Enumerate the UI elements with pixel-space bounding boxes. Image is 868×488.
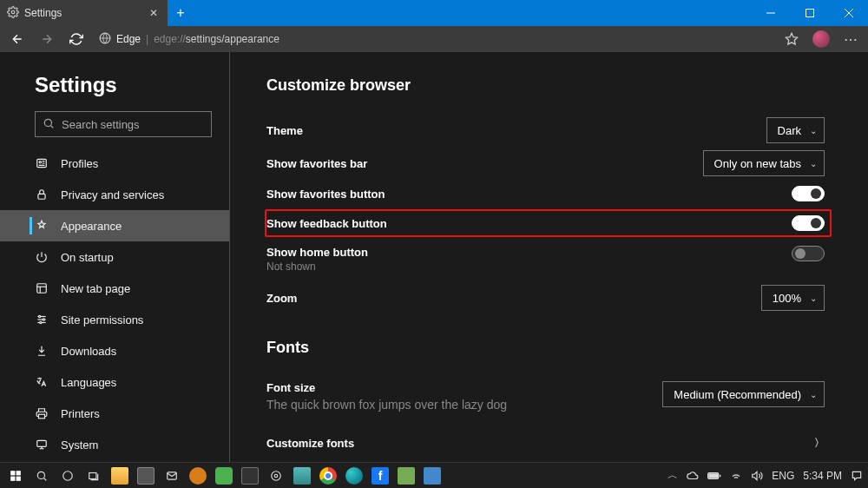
settings-sidebar: Settings Search settings Profiles Privac…	[0, 52, 230, 462]
sidebar-item-sitepermissions[interactable]: Site permissions	[0, 304, 229, 335]
settings-main: Customize browser Theme Dark⌄ Show favor…	[230, 52, 868, 462]
sidebar-item-languages[interactable]: Languages	[0, 366, 229, 398]
favorites-bar-dropdown[interactable]: Only on new tabs⌄	[703, 150, 825, 176]
volume-icon[interactable]	[751, 470, 763, 482]
sidebar-item-newtab[interactable]: New tab page	[0, 273, 229, 304]
search-input[interactable]: Search settings	[35, 111, 212, 137]
sidebar-item-appearance[interactable]: Appearance	[0, 210, 229, 241]
battery-icon[interactable]	[707, 471, 721, 481]
windows-taskbar: f ︿ ENG 5:34 PM	[0, 462, 868, 488]
title-bar: Settings ✕ +	[0, 0, 868, 26]
tray-language[interactable]: ENG	[772, 470, 794, 482]
svg-point-30	[37, 472, 44, 478]
forward-button[interactable]	[35, 27, 59, 51]
tray-time[interactable]: 5:34 PM	[803, 470, 842, 482]
more-menu-icon[interactable]: ⋯	[838, 27, 863, 51]
app-icon-3[interactable]	[240, 465, 260, 486]
chevron-right-icon: 〉	[814, 436, 825, 451]
wifi-icon[interactable]	[730, 470, 742, 482]
profile-avatar[interactable]	[809, 27, 833, 51]
new-tab-button[interactable]: +	[168, 0, 194, 26]
profile-icon	[35, 156, 49, 170]
sidebar-item-label: On startup	[61, 251, 114, 264]
sidebar-item-label: Languages	[61, 376, 116, 389]
settings-heading: Settings	[35, 73, 229, 97]
svg-line-31	[43, 478, 46, 480]
url-path: settings/appearance	[186, 33, 279, 45]
gear-icon	[7, 6, 19, 21]
svg-point-32	[63, 471, 73, 480]
language-icon	[35, 375, 49, 389]
home-button-row: Show home button Not shown	[266, 239, 825, 276]
svg-point-19	[43, 319, 44, 320]
cortana-icon[interactable]	[57, 465, 78, 486]
lock-icon	[35, 188, 49, 201]
settings-taskbar-icon[interactable]	[266, 465, 286, 486]
browser-tab[interactable]: Settings ✕	[0, 0, 168, 26]
svg-point-7	[44, 119, 51, 126]
theme-dropdown[interactable]: Dark⌄	[766, 117, 825, 143]
sidebar-item-printers[interactable]: Printers	[0, 398, 229, 429]
favorites-bar-value: Only on new tabs	[714, 157, 801, 170]
app-icon-5[interactable]	[396, 465, 417, 486]
close-window-button[interactable]	[829, 0, 868, 26]
svg-point-20	[40, 321, 42, 323]
svg-rect-26	[10, 471, 15, 475]
power-icon	[35, 250, 49, 264]
app-icon-2[interactable]	[214, 465, 234, 486]
sidebar-item-startup[interactable]: On startup	[0, 241, 229, 273]
sidebar-item-privacy[interactable]: Privacy and services	[0, 179, 229, 210]
sidebar-item-system[interactable]: System	[0, 429, 229, 460]
edge-taskbar-icon[interactable]	[344, 465, 365, 486]
svg-rect-28	[10, 476, 15, 480]
favorites-button-toggle[interactable]	[792, 186, 825, 201]
favorites-bar-label: Show favorites bar	[266, 157, 367, 170]
svg-point-0	[11, 10, 15, 14]
search-taskbar-icon[interactable]	[31, 465, 52, 486]
system-icon	[35, 438, 49, 452]
tray-chevron-icon[interactable]: ︿	[667, 468, 678, 483]
feedback-button-label: Show feedback button	[266, 217, 387, 230]
action-center-icon[interactable]	[851, 470, 863, 482]
app-icon-6[interactable]	[422, 465, 443, 486]
app-icon-4[interactable]	[292, 465, 312, 486]
customize-fonts-link[interactable]: Customize fonts 〉	[266, 424, 825, 462]
maximize-button[interactable]	[790, 0, 829, 26]
theme-row: Theme Dark⌄	[266, 114, 825, 147]
onedrive-icon[interactable]	[687, 470, 699, 482]
facebook-icon[interactable]: f	[370, 465, 391, 486]
mail-icon[interactable]	[161, 465, 182, 486]
font-size-dropdown[interactable]: Medium (Recommended)⌄	[662, 381, 825, 407]
favorite-star-icon[interactable]	[779, 27, 804, 51]
svg-rect-9	[37, 159, 47, 167]
sidebar-item-profiles[interactable]: Profiles	[0, 148, 229, 179]
sidebar-item-label: New tab page	[61, 282, 130, 295]
home-button-toggle[interactable]	[792, 246, 825, 261]
svg-rect-33	[89, 472, 96, 478]
minimize-button[interactable]	[751, 0, 790, 26]
favorites-button-label: Show favorites button	[266, 188, 385, 201]
close-tab-icon[interactable]: ✕	[147, 6, 161, 20]
app-icon-1[interactable]	[187, 465, 208, 486]
svg-rect-22	[37, 440, 47, 446]
system-tray: ︿ ENG 5:34 PM	[667, 468, 863, 483]
task-view-icon[interactable]	[83, 465, 104, 486]
customize-browser-heading: Customize browser	[266, 76, 825, 95]
start-button[interactable]	[5, 465, 26, 486]
store-icon[interactable]	[135, 465, 156, 486]
back-button[interactable]	[5, 27, 30, 51]
sidebar-item-downloads[interactable]: Downloads	[0, 335, 229, 366]
svg-line-8	[50, 125, 53, 128]
chrome-icon[interactable]	[318, 465, 339, 486]
sidebar-item-label: System	[61, 439, 98, 452]
file-explorer-icon[interactable]	[109, 465, 130, 486]
font-size-label: Font size	[266, 381, 507, 394]
favorites-button-row: Show favorites button	[266, 180, 825, 208]
refresh-button[interactable]	[64, 27, 89, 51]
zoom-label: Zoom	[266, 292, 297, 305]
zoom-dropdown[interactable]: 100%⌄	[761, 285, 825, 311]
browser-toolbar: Edge | edge://settings/appearance ⋯	[0, 26, 868, 52]
address-bar[interactable]: Edge | edge://settings/appearance	[94, 29, 774, 49]
feedback-button-toggle[interactable]	[792, 215, 825, 231]
font-size-preview: The quick brown fox jumps over the lazy …	[266, 398, 507, 412]
